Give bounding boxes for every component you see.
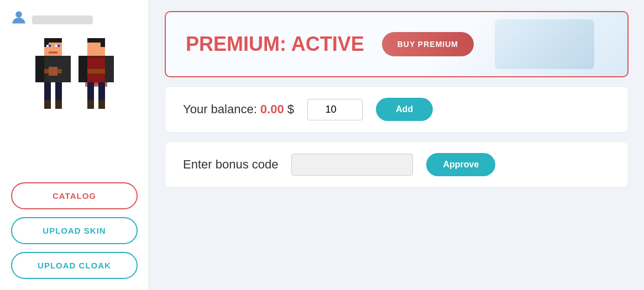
nav-buttons: CATALOG UPLOAD SKIN UPLOAD CLOAK <box>11 182 138 279</box>
svg-rect-7 <box>57 45 60 47</box>
svg-rect-13 <box>62 56 71 82</box>
add-button[interactable]: Add <box>376 98 433 121</box>
svg-rect-29 <box>87 100 94 109</box>
user-header <box>11 10 138 29</box>
svg-rect-6 <box>49 45 51 47</box>
balance-text: Your balance: <box>183 102 260 116</box>
svg-rect-24 <box>87 69 105 73</box>
main-content: PREMIUM: ACTIVE BUY PREMIUM Your balance… <box>149 0 644 290</box>
bonus-card: Enter bonus code Approve <box>165 141 629 188</box>
svg-rect-8 <box>49 51 57 54</box>
svg-point-0 <box>15 11 22 18</box>
balance-card: Your balance: 0.00 $ Add <box>165 86 629 133</box>
svg-rect-26 <box>105 56 114 82</box>
balance-label: Your balance: 0.00 $ <box>183 102 294 117</box>
skin-front <box>34 38 72 109</box>
buy-premium-button[interactable]: BUY PREMIUM <box>382 32 474 56</box>
bonus-label: Enter bonus code <box>183 157 278 172</box>
username-placeholder <box>32 15 93 24</box>
upload-skin-button[interactable]: UPLOAD SKIN <box>11 217 138 244</box>
premium-card: PREMIUM: ACTIVE BUY PREMIUM <box>165 11 629 77</box>
balance-amount: 0.00 <box>260 102 284 116</box>
svg-rect-20 <box>101 38 105 47</box>
premium-status: ACTIVE <box>291 33 364 55</box>
user-icon <box>11 10 27 29</box>
upload-cloak-button[interactable]: UPLOAD CLOAK <box>11 252 138 279</box>
premium-label-prefix: PREMIUM: <box>186 33 291 55</box>
approve-button[interactable]: Approve <box>426 153 495 176</box>
svg-rect-30 <box>98 100 105 109</box>
bonus-input[interactable] <box>291 154 413 176</box>
sidebar: CATALOG UPLOAD SKIN UPLOAD CLOAK <box>0 0 149 290</box>
svg-rect-11 <box>49 67 57 76</box>
svg-rect-16 <box>44 100 51 109</box>
amount-input[interactable] <box>307 99 363 120</box>
svg-rect-17 <box>55 100 62 109</box>
catalog-button[interactable]: CATALOG <box>11 182 138 209</box>
svg-rect-12 <box>35 56 44 82</box>
skin-back <box>77 38 115 109</box>
svg-rect-25 <box>78 56 87 82</box>
balance-currency: $ <box>287 102 294 116</box>
skin-preview <box>34 38 115 109</box>
premium-title: PREMIUM: ACTIVE <box>186 33 364 56</box>
